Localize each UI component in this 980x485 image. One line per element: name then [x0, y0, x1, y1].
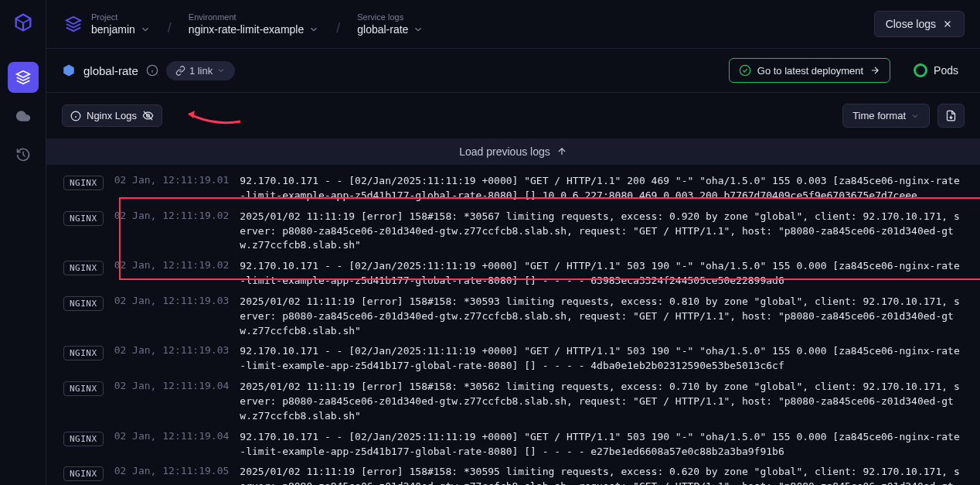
breadcrumb-project[interactable]: Project benjamin	[91, 12, 151, 36]
load-previous-button[interactable]: Load previous logs	[46, 138, 980, 165]
sidebar	[0, 0, 46, 485]
pods-label: Pods	[934, 64, 958, 77]
layers-icon	[62, 12, 85, 36]
log-row[interactable]: NGINX02 Jan, 12:11:19.032025/01/02 11:11…	[56, 292, 971, 342]
chevron-down-icon	[413, 24, 424, 35]
log-message: 92.170.10.171 - - [02/Jan/2025:11:11:19 …	[240, 259, 963, 289]
latest-deployment-button[interactable]: Go to latest deployment	[729, 58, 890, 83]
log-row[interactable]: NGINX02 Jan, 12:11:19.042025/01/02 11:11…	[56, 377, 971, 427]
crumb-value: global-rate	[357, 23, 408, 36]
log-tag: NGINX	[63, 432, 104, 446]
close-icon	[942, 19, 953, 29]
ring-icon	[914, 63, 927, 77]
log-message: 92.170.10.171 - - [02/Jan/2025:11:11:19 …	[240, 174, 963, 203]
log-row[interactable]: NGINX02 Jan, 12:11:19.0292.170.10.171 - …	[56, 256, 971, 292]
latest-deploy-label: Go to latest deployment	[757, 65, 863, 77]
svg-point-1	[740, 65, 750, 75]
log-timestamp: 02 Jan, 12:11:19.05	[114, 465, 230, 476]
download-icon	[945, 110, 957, 121]
topbar: Project benjamin / Environment nginx-rat…	[46, 0, 980, 49]
crumb-label: Environment	[189, 12, 319, 22]
link-chip[interactable]: 1 link	[166, 61, 235, 80]
check-circle-icon	[739, 64, 751, 77]
app-logo-icon	[10, 9, 36, 36]
time-format-button[interactable]: Time format	[842, 104, 930, 128]
divider: /	[168, 12, 172, 36]
log-row[interactable]: NGINX02 Jan, 12:11:19.0192.170.10.171 - …	[56, 171, 971, 207]
chevron-down-icon	[140, 24, 151, 35]
log-tag: NGINX	[63, 296, 104, 311]
log-timestamp: 02 Jan, 12:11:19.02	[114, 259, 230, 271]
log-message: 2025/01/02 11:11:19 [error] 158#158: *30…	[240, 295, 963, 339]
log-message: 2025/01/02 11:11:19 [error] 158#158: *30…	[240, 380, 963, 424]
chevron-down-icon	[216, 66, 226, 75]
log-tag: NGINX	[63, 346, 104, 360]
divider: /	[336, 12, 340, 36]
log-message: 2025/01/02 11:11:19 [error] 158#158: *30…	[240, 210, 963, 254]
chevron-down-icon	[910, 111, 920, 121]
link-chip-label: 1 link	[189, 65, 213, 77]
subheader: global-rate 1 link Go to latest deployme…	[46, 49, 980, 93]
arrow-up-icon	[556, 146, 567, 157]
pods-button[interactable]: Pods	[907, 59, 965, 82]
logs-container: NGINX02 Jan, 12:11:19.0192.170.10.171 - …	[46, 165, 980, 485]
log-timestamp: 02 Jan, 12:11:19.03	[114, 344, 230, 356]
nginx-chip-label: Nginx Logs	[87, 110, 137, 121]
log-message: 2025/01/02 11:11:19 [error] 158#158: *30…	[240, 465, 963, 485]
crumb-value: nginx-rate-limit-example	[189, 23, 304, 36]
crumb-label: Project	[91, 12, 151, 22]
log-timestamp: 02 Jan, 12:11:19.02	[114, 210, 230, 221]
log-tag: NGINX	[63, 381, 104, 396]
crumb-value: benjamin	[91, 23, 135, 36]
sidebar-item-history[interactable]	[8, 139, 39, 170]
log-timestamp: 02 Jan, 12:11:19.04	[114, 380, 230, 391]
annotation-arrow-icon	[182, 104, 244, 128]
close-logs-button[interactable]: Close logs	[874, 11, 965, 37]
sidebar-item-cloud[interactable]	[8, 101, 39, 131]
info-icon	[70, 111, 81, 121]
log-tag: NGINX	[63, 211, 104, 226]
breadcrumb-environment[interactable]: Environment nginx-rate-limit-example	[189, 12, 319, 36]
download-button[interactable]	[937, 104, 965, 128]
log-timestamp: 02 Jan, 12:11:19.01	[114, 174, 230, 186]
chevron-down-icon	[308, 24, 319, 35]
log-timestamp: 02 Jan, 12:11:19.04	[114, 430, 230, 442]
log-tag: NGINX	[63, 466, 104, 481]
service-name: global-rate	[83, 64, 138, 77]
link-icon	[175, 66, 185, 76]
nginx-logs-chip[interactable]: Nginx Logs	[62, 104, 162, 127]
log-row[interactable]: NGINX02 Jan, 12:11:19.022025/01/02 11:11…	[56, 207, 971, 257]
time-format-label: Time format	[852, 110, 906, 121]
crumb-label: Service logs	[357, 12, 424, 22]
sidebar-item-layers[interactable]	[8, 62, 39, 93]
log-tag: NGINX	[63, 176, 104, 190]
log-row[interactable]: NGINX02 Jan, 12:11:19.0392.170.10.171 - …	[56, 341, 971, 377]
eye-off-icon	[142, 110, 154, 121]
log-row[interactable]: NGINX02 Jan, 12:11:19.0492.170.10.171 - …	[56, 427, 971, 463]
info-icon[interactable]	[146, 64, 158, 77]
load-previous-label: Load previous logs	[459, 145, 550, 158]
log-row[interactable]: NGINX02 Jan, 12:11:19.052025/01/02 11:11…	[56, 462, 971, 485]
toolbar: Nginx Logs Time format	[46, 93, 980, 138]
log-tag: NGINX	[63, 261, 104, 275]
cube-icon	[62, 63, 76, 77]
breadcrumb-servicelogs[interactable]: Service logs global-rate	[357, 12, 424, 36]
arrow-right-icon	[869, 65, 880, 76]
close-logs-label: Close logs	[886, 18, 936, 30]
log-timestamp: 02 Jan, 12:11:19.03	[114, 295, 230, 306]
log-message: 92.170.10.171 - - [02/Jan/2025:11:11:19 …	[240, 430, 963, 459]
log-message: 92.170.10.171 - - [02/Jan/2025:11:11:19 …	[240, 344, 963, 374]
